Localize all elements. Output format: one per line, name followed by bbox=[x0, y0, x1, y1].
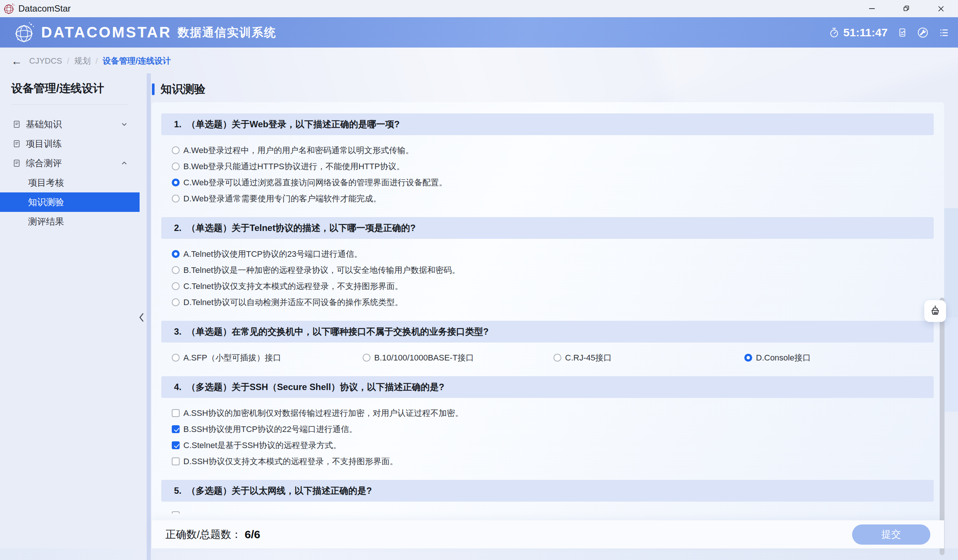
radio-option[interactable]: A.Telnet协议使用TCP协议的23号端口进行通信。 bbox=[172, 246, 934, 262]
radio-unchecked[interactable] bbox=[172, 146, 179, 154]
checkbox-checked[interactable] bbox=[172, 441, 179, 449]
radio-unchecked[interactable] bbox=[172, 162, 179, 170]
product-name: 数据通信实训系统 bbox=[178, 25, 276, 40]
checkbox-checked[interactable] bbox=[172, 425, 179, 433]
session-timer: 51:11:47 bbox=[828, 26, 888, 39]
brand-name: DATACOMSTAR bbox=[41, 24, 171, 41]
radio-option[interactable]: A.Web登录过程中，用户的用户名和密码通常以明文形式传输。 bbox=[172, 142, 934, 158]
sidebar-nav: 基础知识项目训练综合测评项目考核知识测验测评结果 bbox=[0, 114, 140, 231]
report-icon[interactable] bbox=[897, 27, 908, 38]
radio-unchecked[interactable] bbox=[172, 266, 179, 274]
options-group: A.SSH协议的加密机制仅对数据传输过程进行加密，对用户认证过程不加密。B.SS… bbox=[161, 405, 934, 470]
app-globe-icon bbox=[3, 3, 15, 14]
radio-unchecked[interactable] bbox=[172, 298, 179, 306]
sidebar-item-comprehensive-evaluation[interactable]: 综合测评 bbox=[0, 154, 140, 173]
window-title: DatacomStar bbox=[18, 3, 71, 14]
radio-unchecked[interactable] bbox=[363, 354, 371, 362]
app-header: DATACOMSTAR 数据通信实训系统 51:11:47 bbox=[0, 17, 958, 48]
page-title: 知识测验 bbox=[160, 82, 205, 97]
sidebar-item-knowledge-quiz[interactable]: 知识测验 bbox=[0, 192, 140, 212]
breadcrumb: ← CJYDCS / 规划 / 设备管理/连线设计 bbox=[11, 56, 171, 67]
question-title: （单选题）关于Web登录，以下描述正确的是哪一项? bbox=[187, 118, 400, 130]
document-icon bbox=[13, 140, 21, 148]
radio-option[interactable]: B.10/100/1000BASE-T接口 bbox=[363, 350, 554, 366]
sidebar-item-basic-knowledge[interactable]: 基础知识 bbox=[0, 114, 140, 134]
document-icon bbox=[13, 159, 21, 167]
question-number: 5. bbox=[174, 485, 181, 496]
breadcrumb-item[interactable]: CJYDCS bbox=[29, 56, 62, 66]
radio-unchecked[interactable] bbox=[554, 354, 561, 362]
radio-option[interactable]: B.Web登录只能通过HTTPS协议进行，不能使用HTTP协议。 bbox=[172, 158, 934, 175]
submit-button[interactable]: 提交 bbox=[852, 524, 930, 545]
back-arrow-icon[interactable]: ← bbox=[11, 56, 22, 67]
option-label: A.SSH协议的加密机制仅对数据传输过程进行加密，对用户认证过程不加密。 bbox=[183, 408, 463, 419]
question-5: 5.（多选题）关于以太网线，以下描述正确的是? bbox=[161, 480, 934, 514]
option-label: B.Web登录只能通过HTTPS协议进行，不能使用HTTP协议。 bbox=[183, 161, 404, 172]
brand-globe-icon bbox=[13, 22, 35, 43]
checkbox-option[interactable]: A.SSH协议的加密机制仅对数据传输过程进行加密，对用户认证过程不加密。 bbox=[172, 405, 934, 421]
radio-unchecked[interactable] bbox=[172, 195, 179, 203]
options-group: A.Telnet协议使用TCP协议的23号端口进行通信。B.Telnet协议是一… bbox=[161, 246, 934, 310]
radio-option[interactable]: D.Web登录通常需要使用专门的客户端软件才能完成。 bbox=[172, 190, 934, 207]
radio-checked[interactable] bbox=[172, 179, 179, 186]
question-number: 1. bbox=[174, 119, 181, 130]
option-label: C.Telnet协议仅支持文本模式的远程登录，不支持图形界面。 bbox=[183, 281, 403, 292]
sidebar-item-label: 综合测评 bbox=[26, 157, 62, 169]
option-label: D.Web登录通常需要使用专门的客户端软件才能完成。 bbox=[183, 193, 381, 205]
question-number: 3. bbox=[174, 327, 181, 337]
chevron-up-icon bbox=[121, 160, 128, 167]
minimize-button[interactable] bbox=[855, 0, 889, 17]
breadcrumb-item[interactable]: 规划 bbox=[74, 56, 90, 67]
window-controls bbox=[855, 0, 958, 17]
clipped-option-checkbox bbox=[172, 511, 179, 514]
tools-wrench-icon[interactable] bbox=[917, 27, 929, 38]
sidebar-item-evaluation-results[interactable]: 测评结果 bbox=[0, 212, 140, 231]
question-title: （多选题）关于SSH（Secure Shell）协议，以下描述正确的是? bbox=[187, 381, 444, 393]
question-2: 2.（单选题）关于Telnet协议的描述，以下哪一项是正确的?A.Telnet协… bbox=[161, 217, 934, 310]
radio-option[interactable]: C.RJ-45接口 bbox=[554, 350, 744, 366]
sidebar-item-project-training[interactable]: 项目训练 bbox=[0, 134, 140, 154]
restore-button[interactable] bbox=[889, 0, 923, 17]
radio-unchecked[interactable] bbox=[172, 282, 179, 290]
radio-option[interactable]: C.Telnet协议仅支持文本模式的远程登录，不支持图形界面。 bbox=[172, 278, 934, 294]
sidebar-item-label: 测评结果 bbox=[28, 216, 64, 228]
window-titlebar: DatacomStar bbox=[0, 0, 958, 17]
sidebar-collapse-chevron[interactable] bbox=[138, 312, 144, 323]
sidebar-item-label: 基础知识 bbox=[26, 118, 62, 130]
radio-option[interactable]: A.SFP（小型可插拔）接口 bbox=[172, 350, 363, 366]
menu-list-icon[interactable] bbox=[938, 27, 950, 38]
chevron-down-icon bbox=[121, 121, 128, 128]
question-header: 1.（单选题）关于Web登录，以下描述正确的是哪一项? bbox=[161, 113, 934, 135]
option-label: D.Console接口 bbox=[756, 352, 811, 363]
close-button[interactable] bbox=[923, 0, 958, 17]
sidebar-item-label: 知识测验 bbox=[28, 196, 64, 208]
sidebar: 设备管理/连线设计 基础知识项目训练综合测评项目考核知识测验测评结果 bbox=[0, 81, 140, 231]
question-title: （单选题）在常见的交换机中，以下哪种接口不属于交换机的业务接口类型? bbox=[187, 326, 489, 338]
background-patch bbox=[944, 208, 958, 317]
checkbox-unchecked[interactable] bbox=[172, 409, 179, 417]
radio-option[interactable]: D.Console接口 bbox=[744, 350, 935, 366]
radio-option[interactable]: D.Telnet协议可以自动检测并适应不同设备的操作系统类型。 bbox=[172, 294, 934, 310]
radio-checked[interactable] bbox=[744, 354, 752, 362]
clean-tool-button[interactable] bbox=[924, 300, 946, 322]
quiz-footer: 正确数/总题数： 6/6 提交 bbox=[152, 520, 944, 548]
radio-checked[interactable] bbox=[172, 250, 179, 258]
sidebar-item-project-assessment[interactable]: 项目考核 bbox=[0, 173, 140, 192]
options-group: A.Web登录过程中，用户的用户名和密码通常以明文形式传输。B.Web登录只能通… bbox=[161, 142, 934, 207]
radio-unchecked[interactable] bbox=[172, 354, 179, 362]
question-3: 3.（单选题）在常见的交换机中，以下哪种接口不属于交换机的业务接口类型?A.SF… bbox=[161, 321, 934, 366]
radio-option[interactable]: C.Web登录可以通过浏览器直接访问网络设备的管理界面进行设备配置。 bbox=[172, 175, 934, 190]
breadcrumb-item-current: 设备管理/连线设计 bbox=[103, 56, 171, 67]
checkbox-option[interactable]: D.SSH协议仅支持文本模式的远程登录，不支持图形界面。 bbox=[172, 453, 934, 470]
checkbox-option[interactable]: B.SSH协议使用TCP协议的22号端口进行通信。 bbox=[172, 421, 934, 437]
question-number: 4. bbox=[174, 382, 181, 392]
question-header: 5.（多选题）关于以太网线，以下描述正确的是? bbox=[161, 480, 934, 501]
sidebar-item-label: 项目考核 bbox=[28, 177, 64, 189]
question-list: 1.（单选题）关于Web登录，以下描述正确的是哪一项?A.Web登录过程中，用户… bbox=[161, 113, 934, 514]
vertical-scrollbar[interactable] bbox=[940, 298, 945, 555]
question-header: 3.（单选题）在常见的交换机中，以下哪种接口不属于交换机的业务接口类型? bbox=[161, 321, 934, 343]
radio-option[interactable]: B.Telnet协议是一种加密的远程登录协议，可以安全地传输用户数据和密码。 bbox=[172, 262, 934, 278]
checkbox-unchecked[interactable] bbox=[172, 457, 179, 465]
question-1: 1.（单选题）关于Web登录，以下描述正确的是哪一项?A.Web登录过程中，用户… bbox=[161, 113, 934, 207]
checkbox-option[interactable]: C.Stelnet是基于SSH协议的远程登录方式。 bbox=[172, 437, 934, 453]
